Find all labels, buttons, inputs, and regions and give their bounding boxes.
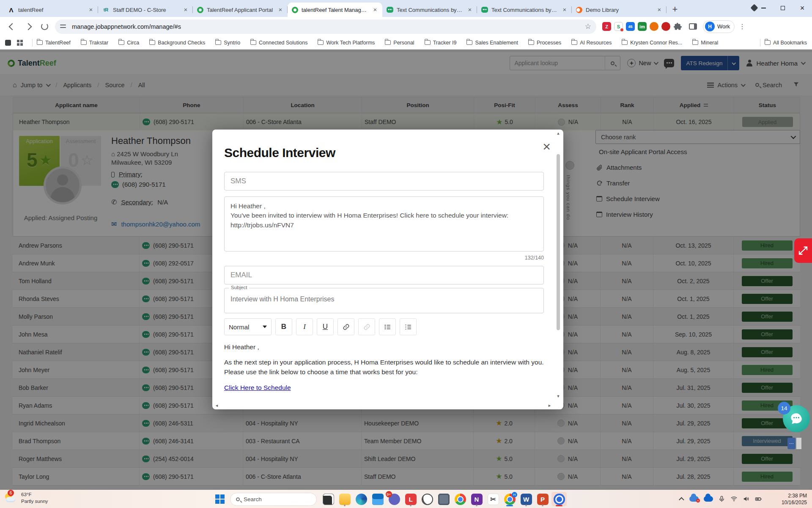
word-icon[interactable]: W xyxy=(518,492,534,506)
tab-close-button[interactable]: × xyxy=(656,6,663,14)
bookmark-folder-9[interactable]: Tracker I9 xyxy=(425,40,457,46)
underline-button[interactable]: U xyxy=(317,318,334,335)
store-icon[interactable] xyxy=(370,492,385,506)
weather-widget[interactable]: 6 63°F Partly sunny xyxy=(4,491,48,505)
wifi-icon[interactable] xyxy=(730,495,738,502)
browser-menu-button[interactable]: ⋮ xyxy=(739,22,746,30)
chrome-work-icon[interactable]: H xyxy=(502,492,517,506)
tray-chevron-icon[interactable] xyxy=(679,497,684,502)
email-field[interactable]: EMAIL xyxy=(224,266,544,284)
clock-app-icon[interactable] xyxy=(420,492,435,506)
browser-tab-5[interactable]: Text Communications by Talen× xyxy=(382,3,477,17)
bookmark-folder-12[interactable]: AI Resources xyxy=(571,40,612,46)
sms-message-textarea[interactable]: Hi Heather , You've been invited to inte… xyxy=(224,196,544,251)
bookmark-folder-5[interactable]: Syntrio xyxy=(215,40,240,46)
bullet-list-button[interactable] xyxy=(379,318,396,335)
onenote-icon[interactable]: N xyxy=(469,492,484,506)
zoom-expand-button[interactable] xyxy=(794,238,812,263)
bookmark-folder-2[interactable]: Trakstar xyxy=(81,40,108,46)
sms-field[interactable]: SMS xyxy=(224,172,544,190)
browser-tab-1[interactable]: ΛtalentReef× xyxy=(3,3,98,17)
browser-tab-4[interactable]: talentReef Talent Management× xyxy=(288,3,382,17)
address-bar[interactable]: manage.jobappnetwork.com/manage/#s ☆ xyxy=(55,19,596,34)
calculator-icon[interactable] xyxy=(436,492,451,506)
ordered-list-button[interactable] xyxy=(400,318,417,335)
zoom-extension-icon[interactable]: Z xyxy=(602,22,611,31)
forward-button[interactable] xyxy=(21,19,36,34)
talentreef-app-icon[interactable] xyxy=(551,492,567,506)
battery-icon[interactable] xyxy=(755,495,762,502)
tab-close-button[interactable]: × xyxy=(182,6,189,14)
chrome-icon[interactable] xyxy=(453,492,468,506)
powerpoint-icon[interactable]: P xyxy=(535,492,550,506)
minimize-button[interactable] xyxy=(754,0,773,16)
tab-close-button[interactable]: × xyxy=(87,6,95,14)
grid-45-extension-icon[interactable]: 45 xyxy=(626,22,635,31)
bookmark-folder-7[interactable]: Work Tech Platforms xyxy=(318,40,375,46)
modal-horizontal-scrollbar[interactable]: ◄ ► xyxy=(214,403,552,409)
subject-field[interactable]: Subject Interview with H Homa Enterprise… xyxy=(224,288,544,313)
schedule-link[interactable]: Click Here to Schedule xyxy=(224,384,291,392)
docked-chat-icon[interactable]: ⋯ xyxy=(787,438,796,449)
browser-tab-6[interactable]: Text Communications by Talen× xyxy=(477,3,572,17)
new-tab-button[interactable]: + xyxy=(669,4,681,16)
bookmark-folder-6[interactable]: Connected Solutions xyxy=(250,40,307,46)
browser-tab-2[interactable]: tRStaff DEMO - C-Store× xyxy=(98,3,193,17)
link-button[interactable] xyxy=(337,318,354,335)
bookmark-folder-13[interactable]: Krysten Connor Res... xyxy=(622,40,682,46)
bookmark-folder-8[interactable]: Personal xyxy=(385,40,414,46)
bookmark-folder-14[interactable]: Mineral xyxy=(692,40,718,46)
bookmark-folder-10[interactable]: Sales Enablement xyxy=(466,40,518,46)
modal-vertical-scrollbar[interactable]: ▲ ▼ xyxy=(555,131,561,404)
close-window-button[interactable]: × xyxy=(793,0,812,16)
microphone-icon[interactable] xyxy=(718,495,725,502)
tab-close-button[interactable]: × xyxy=(371,6,379,14)
taskbar-search[interactable]: Search xyxy=(230,493,317,506)
red-extension-icon[interactable] xyxy=(661,22,670,31)
tab-close-button[interactable]: × xyxy=(561,6,568,14)
browser-tab-3[interactable]: TalentReef Applicant Portal× xyxy=(193,3,288,17)
pinned-app-icon[interactable] xyxy=(5,40,11,46)
orange-extension-icon[interactable] xyxy=(650,22,658,31)
file-explorer-icon[interactable] xyxy=(337,492,352,506)
bookmark-folder-4[interactable]: Background Checks xyxy=(149,40,205,46)
maximize-button[interactable] xyxy=(773,0,793,16)
teams-icon[interactable]: 9+ xyxy=(387,492,402,506)
taskbar-clock[interactable]: 2:38 PM 10/16/2025 xyxy=(782,492,807,506)
green-extension-icon[interactable]: im xyxy=(638,22,647,31)
tab-close-button[interactable]: × xyxy=(277,6,284,14)
email-body-editor[interactable]: Hi Heather , As the next step in your ap… xyxy=(224,343,544,392)
bookmark-folder-11[interactable]: Processes xyxy=(528,40,561,46)
browser-tab-7[interactable]: Demo Library× xyxy=(572,3,667,17)
scroll-down-arrow[interactable]: ▼ xyxy=(555,394,561,398)
volume-icon[interactable] xyxy=(743,495,750,502)
edge-icon[interactable] xyxy=(354,492,369,506)
lever-icon[interactable]: L xyxy=(403,492,418,506)
onedrive-icon[interactable] xyxy=(704,496,713,502)
scrollbar-thumb[interactable] xyxy=(557,154,560,330)
site-info-icon[interactable] xyxy=(60,24,68,30)
all-bookmarks[interactable]: All Bookmarks xyxy=(756,39,807,47)
bookmark-folder-1[interactable]: TalentReef xyxy=(37,40,71,46)
bold-button[interactable]: B xyxy=(275,318,292,335)
bookmark-folder-3[interactable]: Circa xyxy=(118,40,139,46)
task-view-icon[interactable] xyxy=(321,492,336,506)
modal-close-button[interactable]: × xyxy=(543,140,551,153)
bookmark-star-icon[interactable]: ☆ xyxy=(585,22,591,31)
cloud-sync-icon[interactable]: × xyxy=(689,496,699,502)
format-dropdown[interactable]: Normal xyxy=(224,318,272,335)
side-panel-icon[interactable] xyxy=(689,23,697,30)
url-text[interactable]: manage.jobappnetwork.com/manage/#s xyxy=(72,23,582,30)
reload-button[interactable] xyxy=(37,19,52,34)
apps-grid-icon[interactable] xyxy=(17,40,23,46)
tab-close-button[interactable]: × xyxy=(466,6,474,14)
italic-button[interactable]: I xyxy=(296,318,313,335)
scroll-up-arrow[interactable]: ▲ xyxy=(555,131,561,135)
scroll-right-arrow[interactable]: ► xyxy=(548,403,551,408)
start-button[interactable] xyxy=(214,493,226,505)
s-extension-icon[interactable]: S xyxy=(614,22,623,31)
scroll-left-arrow[interactable]: ◄ xyxy=(215,403,219,408)
unlink-button[interactable] xyxy=(358,318,375,335)
back-button[interactable] xyxy=(5,19,19,34)
profile-chip[interactable]: H Work xyxy=(703,20,735,33)
